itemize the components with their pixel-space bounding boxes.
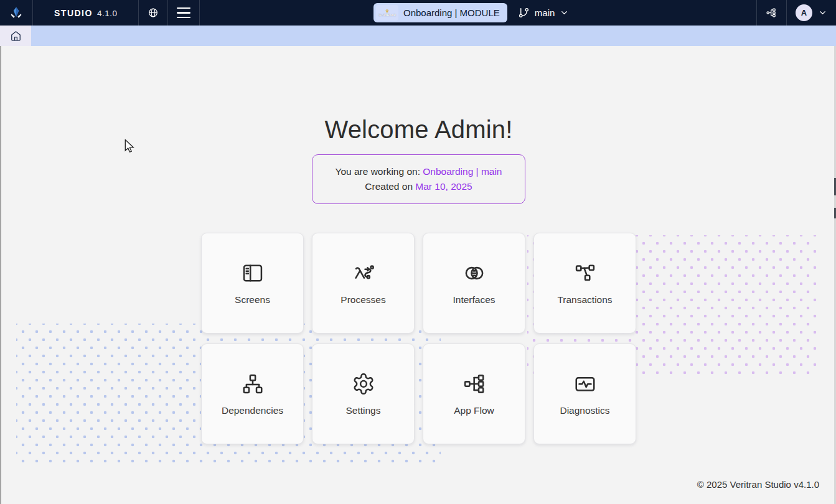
card-label: Processes [341, 294, 385, 306]
created-on-line: Created on Mar 10, 2025 [319, 179, 519, 194]
veritran-logo-icon [9, 4, 24, 22]
card-screens[interactable]: Screens [201, 233, 304, 334]
card-interfaces[interactable]: Interfaces [423, 233, 525, 334]
card-dependencies[interactable]: Dependencies [201, 343, 304, 444]
navbar-right: A [756, 0, 836, 26]
project-branch-link[interactable]: Onboarding | main [423, 166, 502, 177]
branch-selector[interactable]: main [518, 7, 570, 19]
screens-icon [241, 261, 265, 285]
project-module-label: Onboarding | MODULE [403, 7, 500, 18]
goldbank-logo: ♛ GoldBank [376, 5, 398, 21]
hamburger-menu-icon [177, 7, 190, 18]
home-icon [10, 30, 22, 42]
avatar: A [796, 4, 812, 21]
module-cards-grid: Screens Processes [201, 233, 636, 444]
language-button[interactable] [139, 0, 168, 26]
dependencies-icon [241, 372, 265, 396]
user-menu[interactable]: A [786, 0, 836, 26]
project-selector[interactable]: ♛ GoldBank Onboarding | MODULE [373, 3, 507, 22]
top-navbar: STUDIO 4.1.0 ♛ GoldBank Onboarding | MOD… [0, 0, 836, 26]
card-transactions[interactable]: Transactions [533, 233, 636, 334]
brand-name: STUDIO [54, 8, 93, 18]
interfaces-icon [463, 261, 486, 285]
globe-icon [148, 6, 159, 20]
card-label: Screens [235, 294, 270, 306]
card-label: Diagnostics [560, 405, 609, 416]
main-menu-button[interactable] [168, 0, 200, 26]
card-diagnostics[interactable]: Diagnostics [533, 343, 636, 444]
project-context: ♛ GoldBank Onboarding | MODULE main [373, 0, 569, 26]
studio-brand: STUDIO 4.1.0 [33, 0, 139, 26]
tab-strip [0, 26, 836, 46]
diagnostics-icon [573, 372, 597, 396]
transactions-icon [573, 261, 597, 285]
card-label: Dependencies [222, 405, 283, 416]
card-processes[interactable]: Processes [312, 233, 415, 334]
page-title: Welcome Admin! [1, 116, 836, 144]
brand-version: 4.1.0 [97, 9, 118, 18]
card-label: Settings [345, 405, 380, 416]
settings-gear-icon [352, 372, 375, 396]
main-area: Welcome Admin! You are working on: Onboa… [0, 46, 836, 504]
hierarchy-icon [766, 6, 777, 20]
copyright-text: © 2025 Veritran Studio v4.1.0 [697, 479, 819, 490]
home-content: Welcome Admin! You are working on: Onboa… [1, 46, 836, 444]
app-flow-icon [463, 372, 486, 396]
workspace-info-box: You are working on: Onboarding | main Cr… [312, 154, 525, 204]
processes-icon [352, 261, 375, 285]
environment-button[interactable] [756, 0, 786, 26]
git-branch-icon [518, 7, 530, 19]
card-label: Interfaces [453, 294, 495, 306]
branch-name: main [535, 7, 555, 18]
card-label: Transactions [557, 294, 612, 306]
card-settings[interactable]: Settings [312, 343, 415, 444]
card-app-flow[interactable]: App Flow [423, 343, 525, 444]
card-label: App Flow [454, 405, 494, 416]
chevron-down-icon [818, 8, 827, 17]
chevron-down-icon [560, 8, 569, 17]
created-date-link[interactable]: Mar 10, 2025 [415, 181, 472, 192]
veritran-logo-icon[interactable] [0, 0, 33, 26]
tab-home[interactable] [0, 26, 31, 46]
working-on-line: You are working on: Onboarding | main [319, 164, 519, 179]
